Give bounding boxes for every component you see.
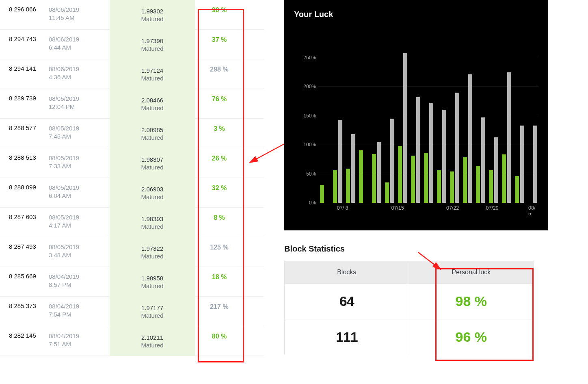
x-tick-label: 08/ 5 (528, 205, 535, 217)
bar-gray[interactable] (390, 119, 394, 203)
stats-blocks-value: 111 (285, 319, 409, 355)
block-reward: 1.97390Matured (110, 30, 195, 59)
block-reward: 1.97322Matured (110, 237, 195, 267)
y-tick-label: 100% (294, 142, 316, 148)
blocks-table: 8 296 06608/06/201911:45 AM1.99302Mature… (0, 0, 264, 356)
block-number[interactable]: 8 282 145 (0, 332, 49, 339)
block-reward: 2.00985Matured (110, 119, 195, 148)
bar-green[interactable] (450, 171, 454, 203)
bar-green[interactable] (359, 150, 363, 203)
table-row: 8 285 37308/04/20197:54 PM1.97177Matured… (0, 297, 264, 326)
y-tick-label: 150% (294, 113, 316, 119)
table-row: 8 288 51308/05/20197:33 AM1.98307Matured… (0, 148, 264, 178)
bar-gray[interactable] (338, 120, 342, 203)
block-luck: 32 % (195, 184, 244, 192)
block-number[interactable]: 8 294 141 (0, 65, 49, 72)
bar-gray[interactable] (429, 103, 433, 203)
block-number[interactable]: 8 294 743 (0, 35, 49, 42)
bar-green[interactable] (398, 146, 402, 203)
bar-gray[interactable] (494, 137, 498, 203)
chart-x-axis: 07/ 807/1507/2207/2908/ 5 (318, 205, 538, 214)
bar-gray[interactable] (442, 110, 446, 203)
bar-green[interactable] (424, 153, 428, 203)
bar-green[interactable] (385, 182, 389, 203)
block-number[interactable]: 8 288 513 (0, 154, 49, 161)
bar-gray[interactable] (533, 126, 537, 203)
block-number[interactable]: 8 287 603 (0, 213, 49, 220)
block-date: 08/06/201911:45 AM (49, 6, 110, 22)
table-row: 8 288 09908/05/20196:04 AM2.06903Matured… (0, 178, 264, 208)
block-luck: 8 % (195, 213, 244, 221)
bar-green[interactable] (489, 170, 493, 203)
bar-group (487, 137, 499, 203)
block-date: 08/05/20196:04 AM (49, 184, 110, 200)
block-reward: 1.97124Matured (110, 59, 195, 89)
block-number[interactable]: 8 288 577 (0, 124, 49, 131)
block-date: 08/04/20198:57 PM (49, 273, 110, 289)
block-reward: 1.98307Matured (110, 148, 195, 178)
block-number[interactable]: 8 287 493 (0, 243, 49, 250)
block-reward: 1.98393Matured (110, 208, 195, 237)
bar-green[interactable] (437, 170, 441, 203)
bar-gray[interactable] (377, 142, 381, 203)
bar-green[interactable] (515, 176, 519, 203)
x-tick-label: 07/29 (486, 205, 499, 211)
bar-green[interactable] (333, 170, 337, 203)
y-tick-label: 0% (294, 200, 316, 206)
block-number[interactable]: 8 285 373 (0, 302, 49, 309)
bar-group (409, 97, 422, 203)
chart-plot-area: 0%50%100%150%200%250% 07/ 807/1507/2207/… (294, 27, 538, 214)
bar-group (474, 117, 486, 203)
block-luck: 26 % (195, 154, 244, 162)
bar-gray[interactable] (520, 126, 524, 203)
table-row: 8 287 60308/05/20194:17 AM1.98393Matured… (0, 208, 264, 237)
bar-group (344, 134, 357, 203)
bar-green[interactable] (346, 169, 350, 203)
bar-gray[interactable] (481, 117, 485, 203)
block-luck: 37 % (195, 35, 244, 43)
table-row: 8 289 73908/05/201912:04 PM2.08466Mature… (0, 89, 264, 119)
bar-gray[interactable] (416, 97, 420, 203)
bar-group (422, 103, 435, 203)
bar-group (357, 150, 370, 203)
block-reward: 1.98958Matured (110, 267, 195, 297)
bar-gray[interactable] (403, 53, 407, 203)
block-number[interactable]: 8 289 739 (0, 95, 49, 102)
x-tick-label: 07/ 8 (337, 205, 348, 211)
block-luck: 3 % (195, 124, 244, 132)
block-number[interactable]: 8 285 669 (0, 273, 49, 280)
bar-green[interactable] (372, 154, 376, 203)
block-number[interactable]: 8 288 099 (0, 184, 49, 191)
table-row: 8 285 66908/04/20198:57 PM1.98958Matured… (0, 267, 264, 297)
bar-green[interactable] (411, 156, 415, 203)
block-reward: 2.08466Matured (110, 89, 195, 119)
bar-green[interactable] (502, 154, 506, 203)
bar-gray[interactable] (351, 134, 355, 203)
block-date: 08/05/20197:45 AM (49, 124, 110, 141)
block-luck: 18 % (195, 273, 244, 281)
bar-green[interactable] (476, 166, 480, 203)
block-luck: 90 % (195, 6, 244, 14)
bar-gray[interactable] (455, 93, 459, 203)
stats-blocks-value: 64 (285, 284, 409, 319)
bar-group (461, 74, 473, 203)
y-tick-label: 250% (294, 55, 316, 61)
bar-group (448, 93, 460, 203)
bar-group (370, 142, 383, 203)
bar-gray[interactable] (468, 74, 472, 203)
gridline (318, 203, 538, 203)
block-date: 08/05/20194:17 AM (49, 213, 110, 230)
stats-row: 111 96 % (285, 319, 533, 355)
stats-header-luck: Personal luck (409, 261, 534, 283)
stats-header-row: Blocks Personal luck (285, 261, 533, 283)
bar-green[interactable] (463, 157, 467, 203)
y-tick-label: 200% (294, 84, 316, 89)
bar-gray[interactable] (507, 72, 511, 203)
stats-luck-value: 96 % (409, 319, 534, 355)
block-number[interactable]: 8 296 066 (0, 6, 49, 13)
block-date: 08/05/201912:04 PM (49, 95, 110, 111)
block-date: 08/06/20194:36 AM (49, 65, 110, 82)
bar-green[interactable] (320, 185, 324, 203)
table-row: 8 288 57708/05/20197:45 AM2.00985Matured… (0, 119, 264, 148)
block-luck: 80 % (195, 332, 244, 340)
